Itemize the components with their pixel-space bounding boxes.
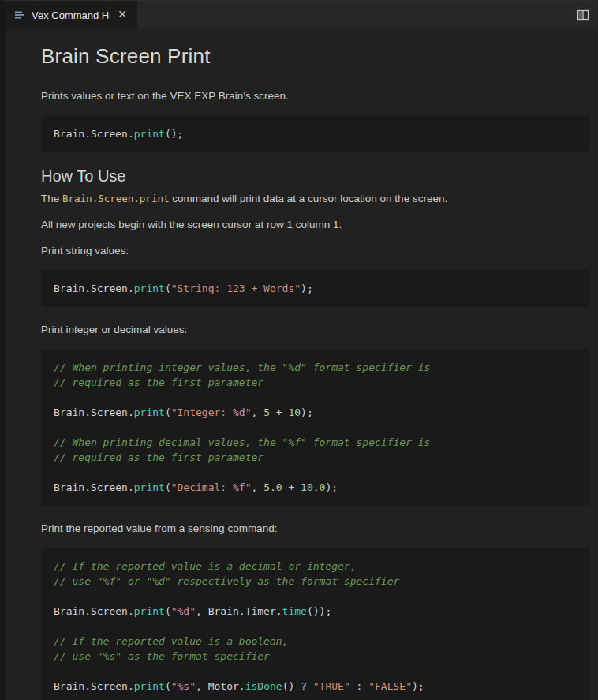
code-line — [54, 465, 577, 480]
tab-close-button[interactable]: ✕ — [115, 8, 129, 22]
numeric-values-label: Print integer or decimal values: — [41, 323, 590, 337]
code-line: // required as the first parameter — [54, 450, 577, 465]
code-line: Brain.Screen.print(); — [54, 126, 577, 141]
code-line: Brain.Screen.print("%s", Motor.isDone() … — [54, 679, 577, 694]
help-document: Brain Screen Print Prints values or text… — [6, 29, 598, 700]
code-line: Brain.Screen.print("String: 123 + Words"… — [54, 281, 577, 296]
page-title: Brain Screen Print — [41, 43, 590, 77]
tab-bar: Vex Command Help ✕ — [6, 1, 598, 29]
sensing-command-label: Print the reported value from a sensing … — [41, 522, 590, 536]
code-line — [54, 390, 577, 405]
string-values-label: Print string values: — [41, 244, 590, 258]
usage-paragraph: The Brain.Screen.print command will prin… — [41, 192, 590, 206]
list-icon — [13, 9, 26, 21]
code-block-sensing: // If the reported value is a decimal or… — [41, 548, 590, 700]
code-line: // required as the first parameter — [54, 375, 577, 390]
code-line: Brain.Screen.print("Integer: %d", 5 + 10… — [54, 405, 577, 420]
code-line: // When printing integer values, the "%d… — [54, 360, 577, 375]
tabbar-actions — [574, 1, 598, 29]
code-line — [54, 619, 577, 634]
code-block-string: Brain.Screen.print("String: 123 + Words"… — [41, 270, 590, 307]
code-line: Brain.Screen.print("%d", Brain.Timer.tim… — [54, 604, 577, 619]
code-line: // If the reported value is a boolean, — [54, 634, 577, 649]
code-line — [54, 420, 577, 435]
editor-window: Vex Command Help ✕ Brain Screen Print Pr… — [0, 0, 598, 700]
cursor-note-paragraph: All new projects begin with the screen c… — [41, 218, 590, 232]
code-line: // use "%f" or "%d" respectively as the … — [54, 574, 577, 589]
code-line: // If the reported value is a decimal or… — [54, 559, 577, 574]
usage-text-pre: The — [41, 193, 62, 204]
how-to-use-heading: How To Use — [41, 166, 590, 186]
usage-text-post: command will print data at a cursor loca… — [169, 193, 447, 204]
split-editor-icon[interactable] — [574, 6, 592, 24]
code-line — [54, 589, 577, 604]
code-line — [54, 664, 577, 679]
code-line: // use "%s" as the format specifier — [54, 649, 577, 664]
code-block-basic: Brain.Screen.print(); — [41, 115, 590, 152]
inline-code-command: Brain.Screen.print — [62, 193, 169, 204]
tab-vex-command-help[interactable]: Vex Command Help ✕ — [6, 1, 137, 29]
tab-title: Vex Command Help — [32, 9, 110, 21]
code-line: Brain.Screen.print("Decimal: %f", 5.0 + … — [54, 480, 577, 495]
code-line: // When printing decimal values, the "%f… — [54, 435, 577, 450]
intro-paragraph: Prints values or text on the VEX EXP Bra… — [41, 89, 590, 103]
code-block-numeric: // When printing integer values, the "%d… — [41, 349, 590, 506]
